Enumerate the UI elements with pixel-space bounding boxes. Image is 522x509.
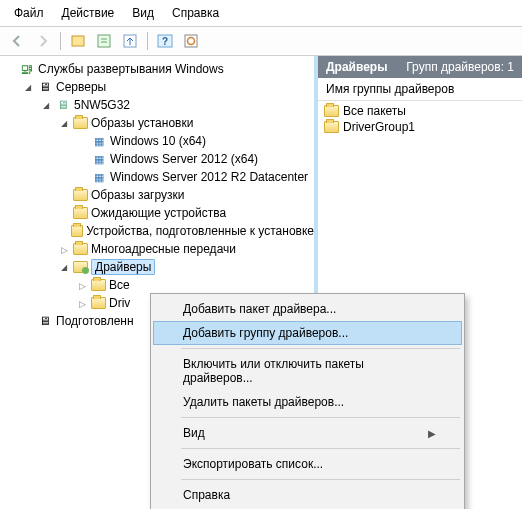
list-item[interactable]: Все пакеты xyxy=(322,103,518,119)
tree-image-ws2012r2[interactable]: ▦Windows Server 2012 R2 Datacenter xyxy=(76,168,314,186)
menu-view[interactable]: Вид xyxy=(132,6,154,20)
list-body: Все пакеты DriverGroup1 xyxy=(318,101,522,137)
context-menu-separator xyxy=(181,448,460,449)
folder-icon xyxy=(324,105,339,117)
tree-servers[interactable]: 🖥 Серверы xyxy=(22,78,314,96)
svg-text:?: ? xyxy=(162,36,168,47)
server-icon: 🖥 xyxy=(55,97,71,113)
tree-label: Образы загрузки xyxy=(91,188,184,202)
forward-button[interactable] xyxy=(32,30,54,52)
folder-icon xyxy=(73,243,88,255)
tree-all-drivers[interactable]: Все xyxy=(76,276,314,294)
servers-icon: 🖥 xyxy=(37,79,53,95)
help-button[interactable]: ? xyxy=(154,30,176,52)
toolbar-separator xyxy=(147,32,148,50)
tree-pending-devices[interactable]: Ожидающие устройства xyxy=(58,204,314,222)
tree-prestaged[interactable]: Устройства, подготовленные к установке xyxy=(58,222,314,240)
list-item-label: DriverGroup1 xyxy=(343,120,415,134)
svg-rect-1 xyxy=(98,35,110,47)
image-icon: ▦ xyxy=(91,169,107,185)
context-menu-separator xyxy=(181,417,460,418)
toggle-icon[interactable] xyxy=(22,80,34,94)
tree-server[interactable]: 🖥 5NW5G32 xyxy=(40,96,314,114)
cm-view[interactable]: Вид▶ xyxy=(153,421,462,445)
cm-add-driver-group[interactable]: Добавить группу драйверов... xyxy=(153,321,462,345)
cm-delete-packages[interactable]: Удалить пакеты драйверов... xyxy=(153,390,462,414)
cm-add-driver-package[interactable]: Добавить пакет драйвера... xyxy=(153,297,462,321)
folder-icon xyxy=(91,279,106,291)
image-icon: ▦ xyxy=(91,151,107,167)
back-button[interactable] xyxy=(6,30,28,52)
prepared-icon: 🖥 xyxy=(37,313,53,329)
folder-icon xyxy=(73,189,88,201)
folder-icon xyxy=(324,121,339,133)
toggle-icon[interactable] xyxy=(40,98,52,112)
folder-icon xyxy=(71,225,84,237)
tree-root[interactable]: 🖳 Службы развертывания Windows xyxy=(4,60,314,78)
svg-rect-0 xyxy=(72,36,84,46)
cm-export-list[interactable]: Экспортировать список... xyxy=(153,452,462,476)
tree-drivers[interactable]: Драйверы xyxy=(58,258,314,276)
context-menu-separator xyxy=(181,348,460,349)
menu-help[interactable]: Справка xyxy=(172,6,219,20)
folder-icon xyxy=(73,207,88,219)
tree-label: Windows Server 2012 R2 Datacenter xyxy=(110,170,308,184)
tree-label: Все xyxy=(109,278,130,292)
tree-label: Многоадресные передачи xyxy=(91,242,236,256)
menubar: Файл Действие Вид Справка xyxy=(0,0,522,26)
submenu-arrow-icon: ▶ xyxy=(428,428,436,439)
export-button[interactable] xyxy=(119,30,141,52)
list-item-label: Все пакеты xyxy=(343,104,406,118)
properties-button[interactable] xyxy=(93,30,115,52)
drivers-icon xyxy=(73,261,88,273)
list-header-title: Драйверы xyxy=(326,60,387,74)
tree-image-ws2012[interactable]: ▦Windows Server 2012 (x64) xyxy=(76,150,314,168)
cm-help[interactable]: Справка xyxy=(153,483,462,507)
tree-label: Windows 10 (x64) xyxy=(110,134,206,148)
toggle-icon[interactable] xyxy=(76,279,88,292)
column-header-name[interactable]: Имя группы драйверов xyxy=(318,78,522,101)
context-menu: Добавить пакет драйвера... Добавить груп… xyxy=(150,293,465,509)
tree-install-images[interactable]: Образы установки xyxy=(58,114,314,132)
menu-action[interactable]: Действие xyxy=(62,6,115,20)
tree-install-images-label: Образы установки xyxy=(91,116,193,130)
tree-servers-label: Серверы xyxy=(56,80,106,94)
image-icon: ▦ xyxy=(91,133,107,149)
list-item[interactable]: DriverGroup1 xyxy=(322,119,518,135)
wds-icon: 🖳 xyxy=(19,61,35,77)
folder-icon xyxy=(91,297,106,309)
tree-label: Windows Server 2012 (x64) xyxy=(110,152,258,166)
add-button[interactable] xyxy=(67,30,89,52)
tree-server-label: 5NW5G32 xyxy=(74,98,130,112)
list-header: Драйверы Групп драйверов: 1 xyxy=(318,56,522,78)
refresh-button[interactable] xyxy=(180,30,202,52)
tree-label: Устройства, подготовленные к установке xyxy=(86,224,314,238)
toolbar: ? xyxy=(0,26,522,56)
menu-file[interactable]: Файл xyxy=(14,6,44,20)
tree-label: Ожидающие устройства xyxy=(91,206,226,220)
tree-boot-images[interactable]: Образы загрузки xyxy=(58,186,314,204)
folder-icon xyxy=(73,117,88,129)
cm-enable-disable[interactable]: Включить или отключить пакеты драйверов.… xyxy=(153,352,462,390)
tree-drivers-label: Драйверы xyxy=(91,259,155,275)
toggle-icon[interactable] xyxy=(58,260,70,274)
tree-label: Подготовленн xyxy=(56,314,134,328)
toggle-icon[interactable] xyxy=(76,297,88,310)
tree-root-label: Службы развертывания Windows xyxy=(38,62,224,76)
context-menu-separator xyxy=(181,479,460,480)
tree-label: Driv xyxy=(109,296,130,310)
toggle-icon[interactable] xyxy=(58,243,70,256)
list-header-count: Групп драйверов: 1 xyxy=(406,60,514,74)
toggle-icon[interactable] xyxy=(58,116,70,130)
toolbar-separator xyxy=(60,32,61,50)
tree-image-win10[interactable]: ▦Windows 10 (x64) xyxy=(76,132,314,150)
tree-multicast[interactable]: Многоадресные передачи xyxy=(58,240,314,258)
